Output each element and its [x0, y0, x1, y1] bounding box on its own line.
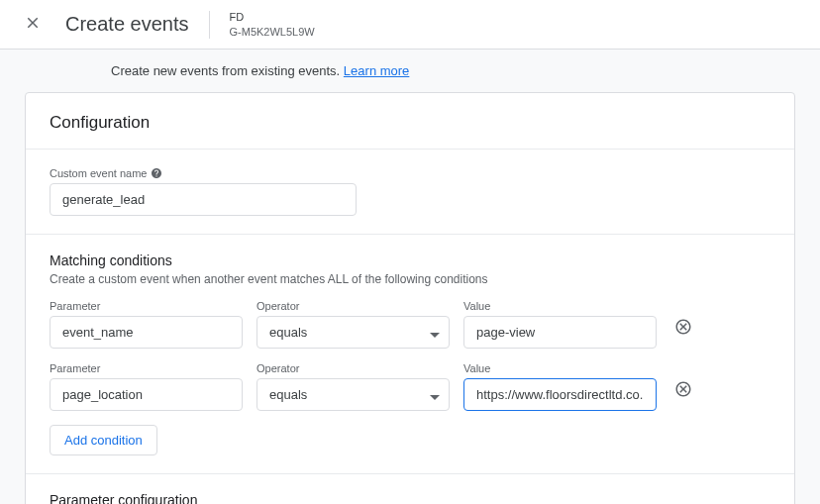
remove-icon: [674, 380, 692, 401]
parameter-label: Parameter: [50, 300, 243, 312]
parameter-input[interactable]: [50, 378, 243, 411]
property-id: G-M5K2WL5L9W: [230, 25, 315, 39]
card-title: Configuration: [50, 113, 770, 133]
remove-condition-button[interactable]: [670, 314, 696, 343]
matching-title: Matching conditions: [50, 252, 770, 268]
operator-select[interactable]: [256, 316, 450, 349]
operator-select[interactable]: [256, 378, 450, 411]
add-condition-button[interactable]: Add condition: [50, 425, 157, 455]
matching-desc: Create a custom event when another event…: [50, 272, 770, 286]
custom-event-label: Custom event name: [50, 167, 770, 179]
close-button[interactable]: [20, 10, 46, 39]
value-input[interactable]: [463, 378, 657, 411]
value-input[interactable]: [463, 316, 657, 349]
remove-condition-button[interactable]: [670, 376, 696, 405]
value-label: Value: [463, 300, 657, 312]
learn-more-link[interactable]: Learn more: [344, 63, 409, 78]
param-config-title: Parameter configuration: [50, 492, 770, 504]
parameter-label: Parameter: [50, 362, 243, 374]
parameter-input[interactable]: [50, 316, 243, 349]
property-label: FD: [230, 10, 315, 24]
remove-icon: [674, 318, 692, 339]
header-divider: [209, 11, 210, 39]
close-icon: [24, 14, 42, 35]
help-icon[interactable]: [151, 167, 162, 179]
value-label: Value: [463, 362, 657, 374]
operator-label: Operator: [256, 362, 450, 374]
property-meta: FD G-M5K2WL5L9W: [230, 10, 315, 39]
custom-event-name-input[interactable]: [50, 183, 357, 216]
intro-text: Create new events from existing events. …: [0, 63, 820, 92]
condition-row: Parameter Operator Value: [50, 300, 770, 349]
page-title: Create events: [65, 13, 189, 36]
operator-label: Operator: [256, 300, 450, 312]
configuration-card: Configuration Custom event name Matching…: [25, 92, 795, 504]
condition-row: Parameter Operator Value: [50, 362, 770, 411]
